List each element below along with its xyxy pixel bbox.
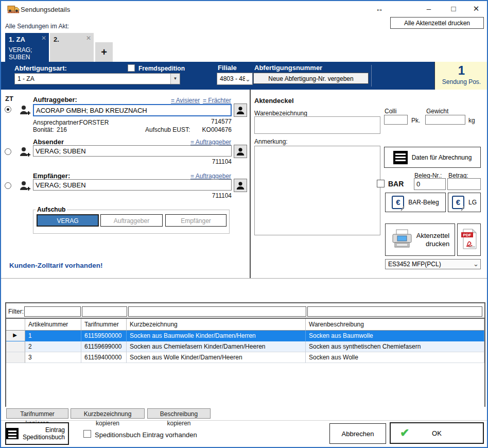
bar-beleg-button[interactable]: € BAR-Beleg — [385, 193, 446, 212]
printer-select[interactable]: ES3452 MFP(PCL) ⌄ — [385, 259, 481, 269]
sendung-position-count: 1 — [435, 63, 488, 78]
col-artikelnummer[interactable]: Artikelnummer — [25, 319, 81, 331]
fremdspedition-checkbox[interactable] — [128, 64, 135, 72]
row-selector — [6, 352, 25, 363]
zt-radio-empfaenger[interactable] — [5, 182, 11, 189]
svg-text:Adobe: Adobe — [468, 246, 476, 248]
abbrechen-button[interactable]: Abbrechen — [329, 423, 386, 444]
cell-tarifnummer[interactable]: 61159500000 — [81, 331, 127, 341]
aktenzettel-label-line2: drucken — [426, 240, 449, 248]
gewicht-label: Gewicht — [426, 108, 448, 115]
anmerkung-input[interactable] — [254, 146, 380, 235]
cell-artikelnummer[interactable]: 2 — [25, 341, 81, 352]
ok-button[interactable]: ✔ OK — [390, 422, 484, 444]
table-row[interactable]: 3 61159400000 Socken aus Wolle Kinder/Da… — [6, 352, 484, 363]
betrag-input[interactable] — [447, 178, 481, 190]
abrechnung-button-label: Daten für Abrechnung — [412, 154, 472, 161]
cell-warenbeschreibung[interactable]: Socken aus Baumwolle — [306, 331, 484, 341]
cell-kurzbezeichnung[interactable]: Socken aus Wolle Kinder/Damen/Heeren — [127, 352, 306, 363]
print-all-aktenzettel-button[interactable]: Alle Aktenzettel drucken — [390, 17, 484, 29]
zt-radio-absender[interactable] — [5, 148, 11, 155]
eintrag-speditionsbuch-button[interactable]: Eintrag Speditionsbuch — [5, 422, 69, 445]
chevron-down-icon[interactable]: ⌄ — [245, 75, 251, 83]
filiale-select[interactable]: 4803 - 480 ⌄ — [217, 73, 253, 85]
filter-kurzbezeichnung-input[interactable] — [128, 306, 306, 317]
cell-warenbeschreibung[interactable]: Socken aus Wolle — [306, 352, 484, 363]
aufschub-verag-button[interactable]: VERAG — [37, 214, 99, 227]
fremdspedition-label: Fremdspedition — [138, 65, 185, 72]
tab2-close-icon[interactable]: ✕ — [86, 35, 91, 42]
table-row[interactable]: ▶ 1 61159500000 Socken aus Baumwolle Kin… — [6, 331, 484, 341]
auftraggeber-input[interactable] — [33, 104, 232, 116]
colli-input[interactable] — [384, 115, 408, 125]
tab-shipment-1[interactable]: 1. ZA ✕ VERAG; SUBEN — [5, 33, 49, 62]
empfaenger-auftraggeber-link[interactable]: = Auftraggeber — [190, 173, 231, 180]
cell-kurzbezeichnung[interactable]: Socken aus Baumwolle Kinder/Damen/Herren — [127, 331, 306, 341]
col-kurzbezeichnung[interactable]: Kurzbezeichnung — [127, 319, 306, 331]
maximize-button[interactable]: □ — [447, 4, 460, 14]
aufschub-empfaenger-button[interactable]: Empfänger — [165, 214, 226, 227]
empfaenger-number: 711104 — [191, 192, 232, 199]
cell-tarifnummer[interactable]: 61159699000 — [81, 341, 127, 352]
cell-kurzbezeichnung[interactable]: Socken aus Chemiefasern Kinder/Damen/Hee… — [127, 341, 306, 352]
filter-artikelnummer-input[interactable] — [24, 306, 81, 317]
daten-fuer-abrechnung-button[interactable]: Daten für Abrechnung — [384, 147, 481, 168]
dropdown-arrow-icon[interactable]: ▼ — [170, 74, 180, 84]
minimize-button[interactable]: – — [422, 4, 435, 14]
table-header-row: Artikelnummer Tarifnummer Kurzbezeichnun… — [6, 319, 484, 331]
col-tarifnummer[interactable]: Tarifnummer — [81, 319, 127, 331]
footer-divider — [1, 420, 487, 421]
aktenzettel-drucken-button[interactable]: Aktenzettel drucken — [385, 223, 455, 256]
speditionsbuch-checkbox[interactable] — [83, 430, 91, 438]
auftraggeber-person-button[interactable] — [234, 104, 247, 117]
document-lines-icon — [393, 151, 408, 164]
euro-receipt-icon: € — [392, 196, 404, 209]
absender-number: 711104 — [191, 158, 232, 165]
aktenzettel-label-line1: Aktenzettel — [416, 232, 449, 239]
tab2-title: 2. — [54, 36, 59, 43]
bar-checkbox[interactable] — [377, 180, 385, 187]
copy-beschreibung-button[interactable]: Beschreibung kopieren — [147, 408, 211, 419]
warenbezeichnung-input[interactable] — [254, 116, 380, 134]
absender-person-button[interactable] — [234, 145, 247, 158]
gewicht-input[interactable] — [425, 115, 465, 125]
absender-input[interactable] — [33, 145, 232, 157]
lg-button[interactable]: € LG — [448, 193, 481, 212]
chevron-down-icon[interactable]: ⌄ — [473, 260, 479, 268]
cell-warenbeschreibung[interactable]: Socken aus synthetischen Chemiefasern — [306, 341, 484, 352]
add-person-icon[interactable] — [19, 104, 31, 116]
bonitaet-value: 216 — [57, 126, 67, 133]
absender-auftraggeber-link[interactable]: = Auftraggeber — [190, 139, 231, 146]
neue-abfertigungsnummer-button[interactable]: Neue Abfertigung-Nr. vergeben — [253, 73, 369, 84]
pdf-button[interactable]: PDF Adobe — [457, 223, 481, 256]
abfertigungsart-select[interactable]: 1 - ZA ▼ — [14, 73, 180, 84]
absender-label: Absender — [33, 138, 64, 146]
beleg-nr-input[interactable] — [414, 178, 446, 190]
aufschub-auftraggeber-button[interactable]: Auftraggeber — [100, 214, 163, 227]
filter-warenbeschreibung-input[interactable] — [307, 306, 482, 317]
avisierer-link[interactable]: = Avisierer — [171, 97, 200, 104]
add-person-icon[interactable] — [19, 180, 31, 192]
tab1-close-icon[interactable]: ✕ — [41, 35, 46, 42]
cell-tarifnummer[interactable]: 61159400000 — [81, 352, 127, 363]
filter-tarifnummer-input[interactable] — [82, 306, 127, 317]
close-button[interactable]: ✕ — [469, 4, 483, 14]
check-icon: ✔ — [400, 426, 409, 440]
copy-tarifnummer-button[interactable]: Tarifnummer kopieren — [6, 408, 68, 419]
cell-artikelnummer[interactable]: 3 — [25, 352, 81, 363]
ansprechpartner-value: FORSTER — [79, 119, 109, 126]
tab-shipment-2[interactable]: 2. ✕ — [50, 33, 94, 62]
empfaenger-input[interactable] — [33, 179, 232, 191]
colli-label: Colli — [385, 108, 396, 115]
empfaenger-person-button[interactable] — [234, 179, 247, 192]
col-warenbeschreibung[interactable]: Warenbeschreibung — [306, 319, 484, 331]
zt-radio-auftraggeber[interactable] — [5, 106, 11, 113]
warenbezeichnung-label: Warenbezeichnung — [254, 110, 307, 117]
copy-kurzbezeichnung-button[interactable]: Kurzbezeichnung kopieren — [71, 408, 145, 419]
resize-icon[interactable]: ↔ — [373, 4, 386, 14]
table-row[interactable]: 2 61159699000 Socken aus Chemiefasern Ki… — [6, 341, 484, 352]
add-shipment-tab-button[interactable]: + — [95, 42, 113, 62]
cell-artikelnummer[interactable]: 1 — [25, 331, 81, 341]
add-person-icon[interactable] — [19, 146, 31, 158]
fraechter-link[interactable]: = Frächter — [203, 97, 231, 104]
